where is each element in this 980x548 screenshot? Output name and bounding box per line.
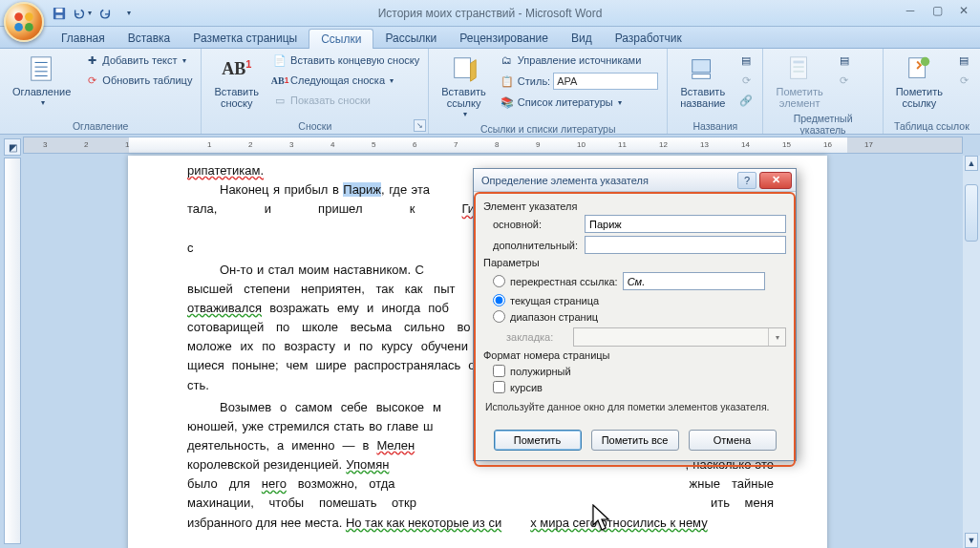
italic-checkbox[interactable] (493, 381, 505, 393)
main-entry-input[interactable] (585, 215, 786, 233)
mark-entry-label: Пометить элемент (776, 86, 822, 109)
tab-developer[interactable]: Разработчик (604, 29, 693, 48)
insert-endnote-button[interactable]: 📄Вставить концевую сноску (269, 51, 422, 70)
caption-icon (688, 53, 718, 84)
bibliography-button[interactable]: 📚Список литературы▾ (497, 93, 661, 112)
update-toc-button[interactable]: ⟳Обновить таблицу (81, 71, 195, 90)
cross-ref-button[interactable]: 🔗 (735, 91, 756, 110)
toc-button[interactable]: Оглавление ▾ (6, 51, 77, 111)
toc-icon (27, 53, 57, 84)
scroll-up-icon[interactable]: ▲ (965, 156, 978, 171)
insert-caption-button[interactable]: Вставить название (673, 51, 732, 112)
update-toc-label: Обновить таблицу (102, 74, 192, 86)
redo-icon[interactable] (96, 4, 115, 23)
current-page-radio[interactable] (493, 294, 505, 306)
dialog-title: Определение элемента указателя (481, 175, 649, 186)
group-index: Пометить элемент ▤ ⟳ Предметный указател… (763, 49, 883, 134)
cross-ref-radio[interactable] (493, 275, 505, 287)
svg-rect-5 (56, 8, 63, 11)
mark-citation-icon (904, 53, 934, 84)
mark-button[interactable]: Пометить (494, 430, 582, 451)
next-footnote-label: Следующая сноска (290, 74, 385, 86)
svg-rect-12 (454, 58, 470, 78)
save-icon[interactable] (50, 4, 69, 23)
vertical-ruler[interactable] (4, 158, 21, 544)
tab-references[interactable]: Ссылки (309, 29, 373, 49)
horizontal-ruler[interactable]: 3211234567891011121314151617 (23, 137, 963, 154)
group-footnotes: AB1 Вставить сноску 📄Вставить концевую с… (202, 49, 429, 134)
svg-rect-13 (692, 60, 711, 73)
cross-ref-icon: 🔗 (738, 93, 754, 108)
dialog-help-button[interactable]: ? (737, 172, 756, 189)
tof-icon: ▤ (738, 53, 754, 68)
bookmark-combo[interactable]: ▾ (573, 327, 786, 347)
bold-label: полужирный (510, 366, 571, 377)
citation-style-select[interactable] (553, 73, 658, 90)
cross-ref-input[interactable] (623, 272, 765, 290)
page-range-radio[interactable] (493, 310, 505, 323)
undo-icon[interactable]: ▾ (73, 4, 92, 23)
mark-all-button[interactable]: Пометить все (591, 430, 679, 451)
show-footnotes-label: Показать сноски (290, 95, 371, 106)
insert-index-button[interactable]: ▤ (834, 51, 855, 70)
group-toc-label: Оглавление (6, 119, 195, 134)
sub-entry-label: дополнительный: (483, 240, 579, 251)
citation-label: Вставить ссылку (441, 86, 486, 109)
update-index-button[interactable]: ⟳ (834, 71, 855, 90)
close-button[interactable]: ✕ (951, 2, 976, 19)
dialog-titlebar[interactable]: Определение элемента указателя ? ✕ (474, 169, 796, 192)
group-toa: Пометить ссылку ▤ ⟳ Таблица ссылок (884, 49, 980, 134)
maximize-button[interactable]: ▢ (925, 2, 949, 19)
office-button[interactable] (4, 2, 44, 42)
ruler-toggle[interactable]: ◩ (4, 138, 21, 156)
scroll-down-icon[interactable]: ▼ (965, 533, 978, 548)
svg-rect-14 (692, 74, 711, 79)
add-text-button[interactable]: ✚Добавить текст▾ (81, 51, 195, 70)
sub-entry-input[interactable] (585, 236, 786, 254)
insert-index-icon: ▤ (837, 53, 852, 68)
svg-rect-16 (794, 61, 804, 64)
main-entry-label: основной: (483, 219, 579, 230)
bold-checkbox[interactable] (493, 365, 505, 377)
section-format-label: Формат номера страницы (483, 349, 786, 361)
group-toa-label: Таблица ссылок (889, 119, 974, 134)
toc-label: Оглавление (12, 86, 71, 97)
svg-rect-7 (31, 57, 51, 80)
update-tof-button[interactable]: ⟳ (735, 71, 756, 90)
update-toa-button[interactable]: ⟳ (953, 71, 974, 90)
scroll-thumb[interactable] (965, 184, 978, 242)
italic-label: курсив (510, 382, 543, 393)
window-controls: ─ ▢ ✕ (898, 2, 976, 19)
qat-customize-icon[interactable]: ▾ (118, 4, 138, 23)
dialog-close-button[interactable]: ✕ (759, 172, 792, 189)
minimize-button[interactable]: ─ (898, 2, 923, 19)
tab-insert[interactable]: Вставка (117, 29, 182, 48)
insert-citation-button[interactable]: Вставить ссылку▾ (435, 51, 493, 122)
mark-citation-button[interactable]: Пометить ссылку (889, 51, 949, 112)
tab-mailings[interactable]: Рассылки (373, 29, 448, 48)
quick-access-toolbar: ▾ ▾ (50, 4, 138, 23)
tab-review[interactable]: Рецензирование (448, 29, 560, 48)
caption-label: Вставить название (680, 86, 725, 109)
tab-page-layout[interactable]: Разметка страницы (181, 29, 309, 48)
svg-rect-17 (794, 66, 804, 68)
svg-point-1 (25, 12, 33, 21)
mark-entry-button[interactable]: Пометить элемент (769, 51, 829, 112)
cancel-button[interactable]: Отмена (689, 430, 777, 451)
tab-home[interactable]: Главная (50, 29, 117, 48)
manage-sources-button[interactable]: 🗂Управление источниками (497, 51, 661, 70)
page-range-label: диапазон страниц (510, 311, 598, 323)
update-toa-icon: ⟳ (956, 73, 971, 88)
footnotes-dialog-launcher[interactable]: ↘ (414, 119, 426, 132)
group-footnotes-label: Сноски (207, 119, 422, 134)
group-citations: Вставить ссылку▾ 🗂Управление источниками… (429, 49, 668, 134)
tab-view[interactable]: Вид (560, 29, 604, 48)
selected-text: Париж (343, 182, 381, 197)
insert-tof-button[interactable]: ▤ (735, 51, 756, 70)
vertical-scrollbar[interactable]: ▲ ▼ (963, 156, 980, 548)
next-footnote-button[interactable]: AB1Следующая сноска▾ (269, 71, 422, 90)
show-footnotes-button[interactable]: ▭Показать сноски (269, 91, 422, 110)
insert-footnote-button[interactable]: AB1 Вставить сноску (207, 51, 266, 112)
footnote-icon: AB1 (222, 53, 252, 84)
insert-toa-button[interactable]: ▤ (953, 51, 974, 70)
